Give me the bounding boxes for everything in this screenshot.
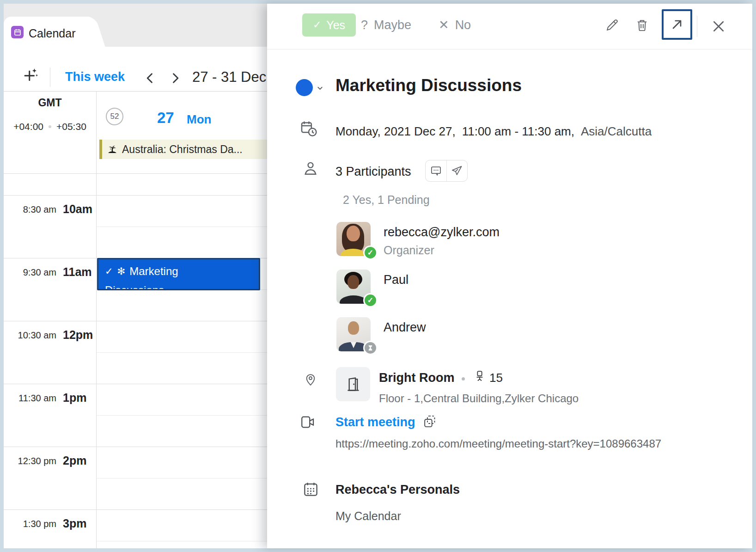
seat-capacity-icon [473, 369, 486, 384]
tab-title: Calendar [29, 27, 75, 40]
time-label-tz1: 12:30 pm [6, 456, 56, 466]
grid-line [4, 509, 281, 510]
grid-half-line [97, 415, 281, 416]
event-title: Marketing Discussions [335, 76, 522, 95]
chevron-right-icon [169, 72, 182, 85]
all-day-event-title: Australia: Christmas Da... [122, 143, 243, 156]
open-in-new-arrow-icon [670, 17, 684, 32]
next-week-button[interactable] [169, 72, 182, 85]
timezone-offsets: +04:00 +05:30 [4, 121, 96, 132]
start-meeting-link[interactable]: Start meeting [335, 415, 415, 429]
time-label-tz2: 11am [63, 265, 92, 279]
event-details-panel: ✓ Yes ? Maybe ✕ No [267, 4, 752, 548]
time-label-row: 1:30 pm 3pm [4, 517, 96, 533]
toolbar-divider [50, 67, 50, 87]
participant-name: rebecca@zylker.com [384, 225, 500, 239]
pencil-icon [605, 18, 619, 32]
all-day-event-australia-christmas[interactable]: Australia: Christmas Da... [99, 140, 281, 159]
timezone-separator-dot [49, 125, 51, 128]
event-title-line2: Discussions [105, 282, 259, 290]
grid-half-line [97, 352, 281, 353]
time-label-tz1: 10:30 am [6, 330, 56, 341]
calendar-tab[interactable]: Calendar [4, 17, 89, 47]
room-thumbnail [336, 367, 370, 401]
meeting-clover-icon: ✻ [117, 263, 126, 280]
grid-line [4, 384, 281, 384]
zoho-calendar-window: Calendar This week 27 - 31 Dec GMT +04:0… [0, 0, 756, 552]
time-label-tz1: 8:30 am [6, 204, 56, 215]
header-divider [697, 16, 697, 37]
rsvp-yes-button[interactable]: ✓ Yes [302, 13, 356, 37]
delete-event-button[interactable] [634, 17, 650, 33]
room-name: Bright Room [379, 371, 454, 385]
event-color-swatch[interactable] [296, 79, 313, 96]
sparkle-plus-icon [22, 67, 39, 84]
calendar-app-icon [11, 26, 24, 38]
check-icon: ✓ [313, 19, 321, 31]
participants-count: 3 Participants [335, 165, 411, 179]
time-label-tz2: 12pm [63, 328, 93, 342]
copy-icon [422, 414, 437, 429]
this-week-link[interactable]: This week [65, 70, 125, 84]
time-column-separator [96, 91, 97, 548]
participants-icon [302, 160, 319, 178]
rsvp-maybe-button[interactable]: ? Maybe [361, 13, 411, 37]
rsvp-maybe-label: Maybe [374, 18, 411, 32]
time-label-tz2: 1pm [63, 391, 86, 405]
day-name[interactable]: Mon [187, 112, 211, 127]
time-label-tz2: 10am [63, 202, 92, 216]
holiday-palm-icon [107, 144, 118, 155]
day-number[interactable]: 27 [157, 109, 174, 127]
close-panel-button[interactable] [708, 16, 729, 37]
time-label-row: 11:30 am 1pm [4, 391, 96, 407]
calendar-name: Rebecca's Personals [335, 483, 460, 497]
panel-header: ✓ Yes ? Maybe ✕ No [267, 4, 752, 49]
message-participants-button[interactable] [426, 160, 446, 181]
all-day-section-divider [4, 173, 281, 174]
calendar-event-marketing-discussions[interactable]: ✓ ✻ Marketing Discussions [97, 258, 260, 290]
participant-role: Organizer [384, 244, 434, 257]
close-icon [710, 18, 727, 35]
time-label-row: 9:30 am 11am [4, 265, 96, 281]
separator-dot [462, 377, 465, 380]
chevron-down-icon[interactable] [316, 84, 324, 94]
event-time: 11:00 am - 11:30 am, [462, 124, 574, 138]
pending-hourglass-badge-icon [363, 341, 378, 355]
grid-line [4, 321, 281, 321]
grid-line [4, 195, 281, 196]
email-participants-button[interactable] [446, 160, 468, 181]
timezone-primary: +04:00 [13, 121, 43, 132]
meeting-url[interactable]: https://meeting.zoho.com/meeting/meeting… [335, 437, 661, 450]
time-label-tz1: 1:30 pm [6, 519, 56, 529]
rsvp-no-button[interactable]: ✕ No [439, 13, 471, 37]
week-number: 52 [110, 112, 119, 121]
grid-line [4, 447, 281, 447]
participant-name: Paul [384, 273, 408, 287]
time-label-tz1: 9:30 am [6, 267, 56, 278]
accepted-badge-icon: ✓ [363, 293, 378, 307]
rsvp-yes-label: Yes [326, 18, 345, 32]
participants-actions [425, 160, 468, 182]
previous-week-button[interactable] [144, 72, 157, 85]
trash-icon [635, 18, 649, 32]
time-label-tz1: 11:30 am [6, 393, 56, 404]
date-range-label: 27 - 31 Dec [192, 69, 266, 86]
time-label-tz2: 3pm [63, 517, 86, 530]
time-label-row: 8:30 am 10am [4, 202, 96, 218]
copy-meeting-link-button[interactable] [421, 413, 437, 429]
room-address: Floor - 1,Central Building,Zylker Chicag… [379, 392, 579, 405]
time-label-row: 12:30 pm 2pm [4, 454, 96, 470]
event-title-line1: Marketing [129, 263, 178, 280]
chat-icon [430, 165, 442, 177]
check-icon: ✓ [367, 248, 373, 257]
accepted-check-icon: ✓ [105, 263, 113, 280]
smart-add-button[interactable] [21, 66, 40, 85]
edit-event-button[interactable] [604, 17, 620, 33]
chevron-left-icon [144, 72, 157, 85]
send-icon [451, 165, 463, 177]
participant-name: Andrew [384, 320, 426, 335]
calendar-clock-icon [299, 119, 318, 140]
event-datetime: Monday, 2021 Dec 27,11:00 am - 11:30 am,… [335, 124, 652, 139]
timezone-secondary: +05:30 [56, 121, 86, 132]
open-event-button-highlighted[interactable] [662, 9, 692, 40]
